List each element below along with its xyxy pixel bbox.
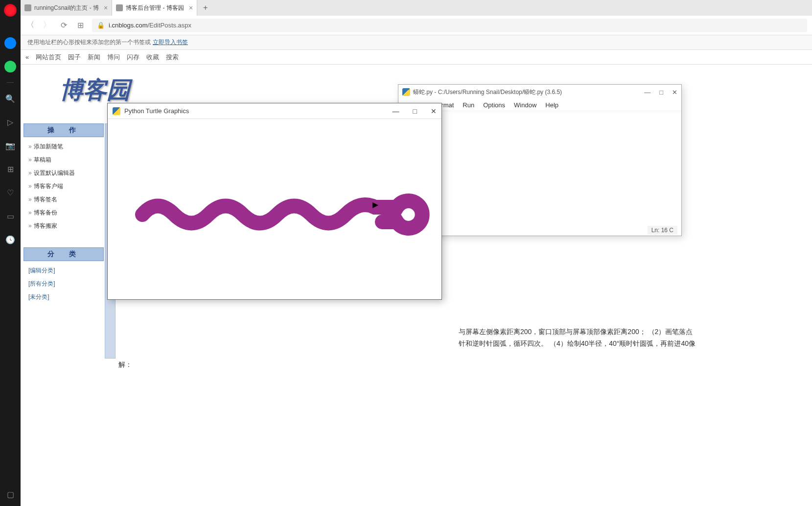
- reader-icon[interactable]: ▭: [4, 210, 16, 222]
- chevron-icon: »: [28, 183, 32, 190]
- menu-help[interactable]: Help: [545, 101, 558, 109]
- nav-shoucang[interactable]: 收藏: [146, 53, 159, 62]
- sidebar-item-move[interactable]: »博客搬家: [23, 219, 104, 233]
- minimize-button[interactable]: —: [393, 107, 399, 115]
- menu-window[interactable]: Window: [514, 101, 536, 109]
- idle-title: 蟒蛇.py - C:/Users/Running Snail/Desktop/蟒…: [413, 88, 562, 96]
- maximize-button[interactable]: □: [413, 107, 417, 115]
- opera-sidebar: 🔍 ▷ 📷 ⊞ ♡ ▭ 🕓 ▢: [0, 0, 21, 506]
- reload-button[interactable]: ⟳: [59, 21, 69, 30]
- tab-title: 博客后台管理 - 博客园: [126, 4, 184, 12]
- camera-icon[interactable]: 📷: [4, 140, 16, 151]
- back-button[interactable]: 〈: [25, 21, 35, 30]
- address-bar: 〈 〉 ⟳ ⊞ 🔒 i.cnblogs.com/EditPosts.aspx: [21, 16, 812, 35]
- chevron-icon: »: [28, 196, 32, 203]
- import-bookmarks-link[interactable]: 立即导入书签: [153, 38, 188, 47]
- bookmark-hint-text: 使用地址栏的心形按钮来添加您的第一个书签或: [27, 38, 151, 47]
- sidebar-link-uncat[interactable]: [未分类]: [23, 290, 104, 304]
- nav-news[interactable]: 新闻: [88, 53, 100, 62]
- tab-close-icon[interactable]: ×: [189, 4, 193, 12]
- menu-options[interactable]: Options: [483, 101, 505, 109]
- python-icon: [402, 88, 410, 96]
- turtle-titlebar[interactable]: Python Turtle Graphics — □ ✕: [108, 103, 441, 119]
- turtle-title: Python Turtle Graphics: [124, 107, 189, 115]
- cat-header: 分 类: [23, 247, 104, 261]
- idle-status-bar: Ln: 16 C: [648, 226, 677, 235]
- messenger-icon[interactable]: [4, 37, 16, 49]
- body-jie: 解：: [118, 359, 807, 371]
- history-icon[interactable]: 🕓: [4, 234, 16, 245]
- snake-drawing: [108, 119, 441, 299]
- menu-format[interactable]: rmat: [441, 101, 454, 109]
- sidebar-item-client[interactable]: »博客客户端: [23, 180, 104, 193]
- body-line-2: 针和逆时针圆弧，循环四次。 （4）绘制40半径，40°顺时针圆弧，再前进40像: [459, 338, 812, 350]
- menu-run[interactable]: Run: [463, 101, 474, 109]
- lock-icon: 🔒: [97, 22, 105, 29]
- ops-body: »添加新随笔 »草稿箱 »设置默认编辑器 »博客客户端 »博客签名 »博客备份 …: [23, 137, 104, 236]
- ops-header: 操 作: [23, 123, 104, 137]
- apps-icon[interactable]: ⊞: [4, 163, 16, 175]
- sidebar-item-new-post[interactable]: »添加新随笔: [23, 140, 104, 153]
- url-path: /EditPosts.aspx: [147, 22, 191, 29]
- nav-yuanzi[interactable]: 园子: [68, 53, 81, 62]
- tab-active[interactable]: 博客后台管理 - 博客园 ×: [112, 0, 197, 16]
- nav-prefix: «: [25, 53, 29, 61]
- nav-shancun[interactable]: 闪存: [127, 53, 139, 62]
- close-button[interactable]: ✕: [431, 107, 437, 115]
- nav-home[interactable]: 网站首页: [36, 53, 61, 62]
- sidebar-item-editor[interactable]: »设置默认编辑器: [23, 167, 104, 180]
- opera-logo-icon[interactable]: [4, 4, 17, 17]
- tab-close-icon[interactable]: ×: [104, 4, 108, 12]
- send-icon[interactable]: ▷: [4, 116, 16, 128]
- chevron-icon: »: [28, 209, 32, 216]
- python-icon: [113, 107, 120, 115]
- sidebar-item-drafts[interactable]: »草稿箱: [23, 153, 104, 167]
- sidebar-item-backup[interactable]: »博客备份: [23, 206, 104, 219]
- site-nav: « 网站首页 园子 新闻 博问 闪存 收藏 搜索: [21, 50, 812, 65]
- panel-toggle-icon[interactable]: ▢: [4, 488, 16, 500]
- side-panel: 操 作 »添加新随笔 »草稿箱 »设置默认编辑器 »博客客户端 »博客签名 »博…: [23, 123, 104, 307]
- close-button[interactable]: ✕: [672, 89, 677, 96]
- chevron-icon: »: [28, 156, 32, 163]
- new-tab-button[interactable]: +: [197, 3, 213, 12]
- tab-title: runningCsnail的主页 - 博: [34, 4, 99, 12]
- nav-search[interactable]: 搜索: [166, 53, 179, 62]
- sidebar-link-all-cat[interactable]: [所有分类]: [23, 277, 104, 290]
- minimize-button[interactable]: —: [644, 89, 650, 96]
- body-line-1: 与屏幕左侧像素距离200，窗口顶部与屏幕顶部像素距离200； （2）画笔落点: [459, 326, 812, 338]
- sidebar-item-signature[interactable]: »博客签名: [23, 193, 104, 206]
- url-input[interactable]: 🔒 i.cnblogs.com/EditPosts.aspx: [92, 19, 807, 32]
- tab-favicon-icon: [116, 4, 123, 11]
- nav-bowen[interactable]: 博问: [107, 53, 120, 62]
- sidebar-link-edit-cat[interactable]: [编辑分类]: [23, 264, 104, 277]
- search-icon[interactable]: 🔍: [4, 93, 16, 104]
- url-host: i.cnblogs.com: [109, 22, 147, 29]
- turtle-window-buttons: — □ ✕: [393, 107, 437, 115]
- chevron-icon: »: [28, 143, 32, 150]
- turtle-window: Python Turtle Graphics — □ ✕: [107, 103, 442, 300]
- chevron-icon: »: [28, 222, 32, 229]
- tab-bar: runningCsnail的主页 - 博 × 博客后台管理 - 博客园 × +: [21, 0, 812, 16]
- speed-dial-icon[interactable]: ⊞: [75, 21, 85, 30]
- page-body-text: 解：: [118, 359, 807, 371]
- forward-button[interactable]: 〉: [42, 21, 52, 30]
- tab-favicon-icon: [24, 4, 31, 11]
- turtle-canvas: [108, 119, 441, 299]
- site-logo-text: 博客园: [60, 74, 130, 106]
- cat-body: [编辑分类] [所有分类] [未分类]: [23, 261, 104, 307]
- bookmark-hint-bar: 使用地址栏的心形按钮来添加您的第一个书签或 立即导入书签: [21, 35, 812, 50]
- tab-inactive[interactable]: runningCsnail的主页 - 博 ×: [21, 0, 112, 16]
- chevron-icon: »: [28, 169, 32, 176]
- whatsapp-icon[interactable]: [4, 61, 16, 72]
- separator: [7, 82, 14, 83]
- idle-titlebar[interactable]: 蟒蛇.py - C:/Users/Running Snail/Desktop/蟒…: [398, 85, 681, 99]
- maximize-button[interactable]: □: [659, 89, 663, 96]
- heart-icon[interactable]: ♡: [4, 187, 16, 198]
- page-body-text-right: 与屏幕左侧像素距离200，窗口顶部与屏幕顶部像素距离200； （2）画笔落点 针…: [459, 326, 812, 350]
- idle-window-buttons: — □ ✕: [644, 89, 677, 96]
